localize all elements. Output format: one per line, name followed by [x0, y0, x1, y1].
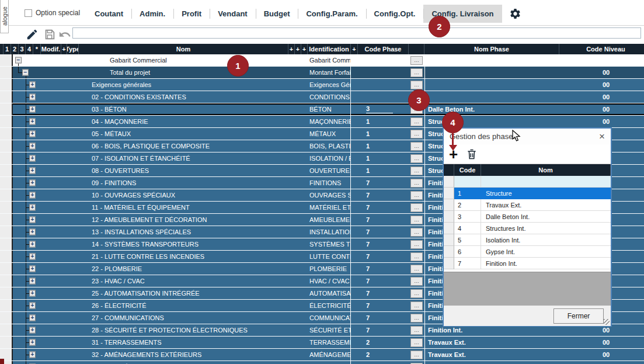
column-header-modif-[interactable]: Modif.	[41, 44, 61, 54]
dialog-phase-row[interactable]: 5 Isolation Int.	[444, 234, 611, 246]
expand-toggle[interactable]: +	[29, 229, 36, 235]
table-row[interactable]: + 03 - BÉTON BÉTON 3 … Dalle Beton Int. …	[0, 103, 644, 115]
dialog-titlebar[interactable]: Gestion des phases ×	[444, 129, 611, 144]
expand-toggle[interactable]: +	[29, 278, 36, 285]
ellipsis-button[interactable]: …	[410, 56, 423, 65]
tab-profit[interactable]: Profit	[173, 5, 210, 23]
column-header--[interactable]: *	[33, 44, 41, 54]
dialog-nom-header[interactable]: Nom	[481, 164, 611, 176]
ellipsis-button[interactable]: …	[410, 301, 423, 310]
tab-config-param-[interactable]: Config.Param.	[298, 5, 365, 23]
column-header--[interactable]: +	[301, 44, 308, 54]
column-header--[interactable]: +	[351, 44, 358, 54]
option-special-checkbox[interactable]: Option special	[25, 9, 80, 17]
ellipsis-button[interactable]: …	[410, 167, 423, 175]
dialog-phase-row[interactable]: 7 Finition Int.	[444, 258, 611, 269]
ellipsis-button[interactable]: …	[410, 228, 423, 237]
column-header-blank[interactable]	[409, 44, 424, 54]
ellipsis-button[interactable]: …	[410, 154, 423, 163]
expand-toggle[interactable]: +	[29, 180, 36, 186]
save-icon[interactable]	[43, 28, 56, 41]
column-header-identification[interactable]: Identification	[308, 44, 351, 54]
expand-toggle[interactable]: +	[29, 204, 36, 211]
table-row[interactable]: + 32 - AMÉNAGEMENTS EXTÉRIEURS AMÉNAGEME…	[0, 348, 644, 360]
column-header-3[interactable]: 3	[19, 44, 26, 54]
expand-toggle[interactable]: +	[29, 339, 36, 346]
expand-toggle[interactable]: +	[29, 168, 36, 174]
table-row[interactable]: − Gabarit Commercial Gabarit Commer …	[0, 54, 644, 66]
column-header-2[interactable]: 2	[11, 44, 19, 54]
column-header-code-phase[interactable]: Code Phase	[358, 44, 409, 54]
ellipsis-button[interactable]: …	[410, 277, 423, 286]
ellipsis-button[interactable]: …	[410, 240, 423, 249]
tab-budget[interactable]: Budget	[256, 5, 298, 23]
column-header--[interactable]: +	[295, 44, 301, 54]
column-header-code-niveau[interactable]: Code Niveau	[559, 44, 644, 54]
expand-toggle[interactable]: +	[29, 290, 36, 297]
ellipsis-button[interactable]: …	[410, 191, 423, 200]
dialog-phase-row[interactable]: 4 Structures Int.	[444, 223, 611, 234]
expand-toggle[interactable]: +	[29, 82, 36, 88]
expand-toggle[interactable]: +	[29, 327, 36, 334]
expand-toggle[interactable]: +	[29, 143, 36, 150]
dialog-phase-row[interactable]: 1 Structure	[444, 188, 611, 199]
expand-toggle[interactable]: +	[29, 155, 36, 162]
column-header-4[interactable]: 4	[26, 44, 33, 54]
ellipsis-button[interactable]: …	[410, 179, 423, 188]
ellipsis-button[interactable]: …	[410, 81, 423, 89]
expand-toggle[interactable]: +	[29, 94, 36, 100]
ellipsis-button[interactable]: …	[410, 265, 423, 273]
table-row[interactable]: + 04 - MAÇONNERIE MAÇONNERIE 1 … Structu…	[0, 115, 644, 127]
ellipsis-button[interactable]: …	[410, 314, 423, 323]
dialog-code-header[interactable]: Code	[454, 164, 481, 176]
column-header--[interactable]: +	[288, 44, 295, 54]
close-icon[interactable]: ×	[599, 131, 605, 141]
table-row[interactable]: + 02 - CONDITIONS EXISTANTES CONDITIONS …	[0, 91, 644, 103]
dialog-phase-row[interactable]	[444, 176, 611, 188]
trash-icon[interactable]	[466, 148, 478, 160]
ellipsis-button[interactable]: …	[410, 252, 423, 261]
ellipsis-button[interactable]: …	[410, 326, 423, 335]
ellipsis-button[interactable]: …	[410, 216, 423, 224]
ellipsis-button[interactable]: …	[410, 338, 423, 347]
tab-config-opt-[interactable]: Config.Opt.	[366, 5, 424, 23]
expand-toggle[interactable]: +	[29, 352, 36, 358]
undo-icon[interactable]	[58, 28, 71, 41]
expand-toggle[interactable]: +	[29, 241, 36, 248]
ellipsis-button[interactable]: …	[410, 130, 423, 138]
column-header-nom[interactable]: Nom	[79, 44, 288, 54]
expand-toggle[interactable]: +	[29, 303, 36, 309]
checkbox-icon[interactable]	[25, 9, 32, 17]
expand-toggle[interactable]: −	[15, 57, 22, 64]
pencil-icon[interactable]	[26, 28, 39, 41]
side-panel-tab[interactable]: alogue	[0, 0, 9, 33]
expand-toggle[interactable]: +	[29, 131, 36, 137]
table-row[interactable]: − Total du projet Montant Forfaita … 00	[0, 66, 644, 78]
expand-toggle[interactable]: +	[29, 106, 36, 113]
tab-vendant[interactable]: Vendant	[210, 5, 256, 23]
tab-coutant[interactable]: Coutant	[86, 5, 131, 23]
expand-toggle[interactable]: +	[29, 266, 36, 272]
expand-toggle[interactable]: +	[29, 217, 36, 223]
dialog-phase-row[interactable]: 6 Gypse Int.	[444, 246, 611, 258]
ellipsis-button[interactable]: …	[410, 117, 423, 126]
table-row[interactable]: + Exigences générales Exigences Génér … …	[0, 78, 644, 91]
formula-input[interactable]	[72, 27, 641, 39]
table-row[interactable]: + 31 - TERRASSEMENTS TERRASSEMENT 2 … Tr…	[0, 336, 644, 348]
ellipsis-button[interactable]: …	[410, 351, 423, 359]
dialog-phase-row[interactable]: 3 Dalle Beton Int.	[444, 211, 611, 223]
table-row[interactable]: + 33 - UTILITÉS SERVICES D'UTI 2 … Trava…	[0, 360, 644, 364]
expand-toggle[interactable]: +	[29, 119, 36, 125]
fermer-button[interactable]: Fermer	[554, 308, 604, 324]
expand-toggle[interactable]: −	[22, 70, 29, 76]
expand-toggle[interactable]: +	[29, 315, 36, 321]
column-header--[interactable]: +	[61, 44, 67, 54]
expand-toggle[interactable]: +	[29, 192, 36, 199]
column-header-type[interactable]: Type	[67, 44, 79, 54]
ellipsis-button[interactable]: …	[410, 142, 423, 151]
ellipsis-button[interactable]: …	[410, 203, 423, 212]
ellipsis-button[interactable]: …	[410, 68, 423, 77]
column-header-nom-phase[interactable]: Nom Phase	[424, 44, 559, 54]
column-header-1[interactable]: 1	[4, 44, 11, 54]
expand-toggle[interactable]: +	[29, 254, 36, 260]
